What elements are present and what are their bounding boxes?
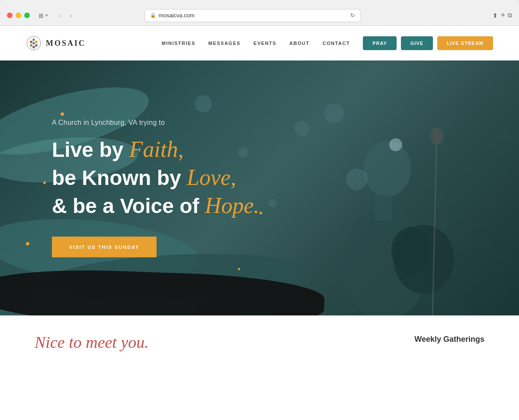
reload-button[interactable]: ↻ bbox=[350, 12, 355, 19]
hero-line1-italic: Faith, bbox=[129, 137, 184, 162]
hero-line1-normal: Live by bbox=[52, 138, 129, 161]
traffic-lights bbox=[7, 13, 30, 18]
hero-section: A Church in Lynchburg, VA trying to Live… bbox=[0, 60, 519, 315]
website: MOSAIC MINISTRIES MESSAGES EVENTS ABOUT … bbox=[0, 26, 519, 420]
nice-to-meet-text: Nice to meet you. bbox=[35, 333, 149, 352]
svg-point-1 bbox=[32, 38, 35, 41]
nav-messages[interactable]: MESSAGES bbox=[208, 41, 240, 46]
svg-point-3 bbox=[35, 44, 38, 47]
lock-icon: 🔒 bbox=[150, 13, 156, 18]
visit-sunday-button[interactable]: VISIT US THIS SUNDAY bbox=[52, 237, 157, 258]
minimize-button[interactable] bbox=[16, 13, 21, 18]
hero-line-1: Live by Faith, bbox=[52, 135, 260, 163]
browser-right-icons: ⬆ + ⧉ bbox=[493, 11, 512, 20]
hero-line2-normal: be Known by bbox=[52, 166, 187, 189]
bottom-section: Nice to meet you. Weekly Gatherings bbox=[0, 315, 519, 420]
logo-text: MOSAIC bbox=[46, 39, 86, 48]
hero-line-3: & be a Voice of Hope. bbox=[52, 191, 260, 220]
svg-point-5 bbox=[30, 44, 32, 47]
hero-line3-italic: Hope. bbox=[205, 193, 260, 218]
nav-ministries[interactable]: MINISTRIES bbox=[162, 41, 195, 46]
forward-button[interactable]: › bbox=[66, 11, 76, 20]
nav-events[interactable]: EVENTS bbox=[253, 41, 276, 46]
url-text: mosaicva.com bbox=[159, 12, 195, 19]
svg-point-2 bbox=[35, 41, 38, 43]
close-button[interactable] bbox=[7, 13, 13, 18]
hero-line3-normal: & be a Voice of bbox=[52, 194, 205, 217]
logo-icon bbox=[26, 35, 42, 51]
live-stream-button[interactable]: LIVE STREAM bbox=[437, 36, 493, 50]
share-icon[interactable]: ⬆ bbox=[493, 12, 498, 19]
svg-point-6 bbox=[30, 41, 32, 43]
new-tab-icon[interactable]: + bbox=[500, 11, 505, 20]
nav-contact[interactable]: CONTACT bbox=[323, 41, 350, 46]
windows-icon[interactable]: ⧉ bbox=[508, 12, 512, 19]
nav-about[interactable]: ABOUT bbox=[289, 41, 310, 46]
maximize-button[interactable] bbox=[24, 13, 30, 18]
navbar: MOSAIC MINISTRIES MESSAGES EVENTS ABOUT … bbox=[0, 26, 519, 60]
pray-button[interactable]: PRAY bbox=[363, 36, 397, 50]
hero-headline: Live by Faith, be Known by Love, & be a … bbox=[52, 135, 260, 220]
hero-line-2: be Known by Love, bbox=[52, 163, 260, 191]
sidebar-toggle[interactable]: ⊞ ▾ bbox=[38, 12, 48, 19]
nav-links: MINISTRIES MESSAGES EVENTS ABOUT CONTACT bbox=[162, 41, 350, 46]
hero-content: A Church in Lynchburg, VA trying to Live… bbox=[52, 119, 260, 258]
svg-point-7 bbox=[32, 42, 35, 45]
nav-arrows: ‹ › bbox=[55, 11, 76, 20]
logo[interactable]: MOSAIC bbox=[26, 35, 86, 51]
address-bar[interactable]: 🔒 mosaicva.com ↻ bbox=[144, 9, 361, 22]
back-button[interactable]: ‹ bbox=[55, 11, 64, 20]
hero-line2-italic: Love, bbox=[187, 165, 236, 190]
nav-buttons: PRAY GIVE LIVE STREAM bbox=[363, 36, 493, 50]
svg-point-4 bbox=[32, 46, 35, 48]
hero-subtitle: A Church in Lynchburg, VA trying to bbox=[52, 119, 260, 127]
give-button[interactable]: GIVE bbox=[401, 36, 433, 50]
weekly-gatherings-text: Weekly Gatherings bbox=[414, 335, 484, 344]
browser-chrome: ⊞ ▾ ‹ › 🔒 mosaicva.com ↻ ⬆ + ⧉ bbox=[0, 0, 519, 26]
